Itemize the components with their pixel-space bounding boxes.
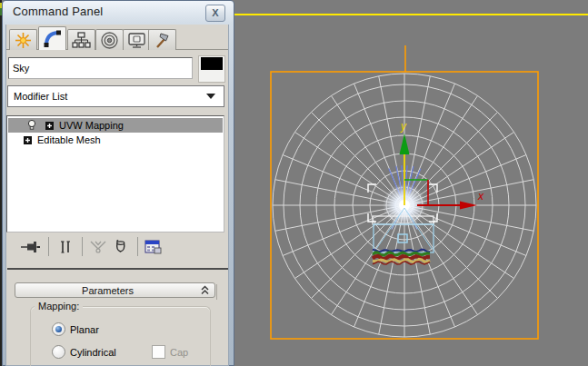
screen-edge-artifact bbox=[0, 8, 2, 15]
parameters-rollout-header[interactable]: Parameters bbox=[15, 282, 215, 298]
y-axis-label: y bbox=[400, 120, 407, 133]
tab-modify[interactable] bbox=[38, 26, 66, 50]
radio-cylindrical[interactable] bbox=[52, 345, 65, 359]
close-button[interactable]: X bbox=[205, 5, 225, 22]
rollout-title: Parameters bbox=[15, 285, 200, 296]
make-unique-button[interactable] bbox=[88, 238, 108, 256]
modifier-list-label: Modifier List bbox=[8, 91, 206, 102]
toolbar-separator bbox=[48, 237, 49, 256]
tab-utilities[interactable] bbox=[148, 29, 176, 50]
mapping-group-label: Mapping: bbox=[35, 301, 83, 312]
viewport-canvas: yx bbox=[234, 0, 588, 366]
expand-plus-icon[interactable] bbox=[45, 122, 54, 130]
object-icon-square bbox=[398, 234, 407, 242]
rollout-shadow bbox=[216, 284, 217, 300]
object-color-value bbox=[201, 57, 223, 70]
screen-edge-artifact bbox=[0, 0, 2, 366]
tree-icon bbox=[72, 31, 91, 50]
chevron-down-icon bbox=[206, 94, 215, 99]
radio-planar[interactable] bbox=[52, 322, 65, 336]
y-axis-arrow bbox=[400, 134, 410, 154]
x-axis-label: x bbox=[477, 190, 484, 203]
configure-modifier-sets-button[interactable] bbox=[144, 238, 163, 256]
stack-item-uvw-mapping[interactable]: UVW Mapping bbox=[8, 118, 223, 133]
chevrons-up-icon bbox=[200, 285, 210, 295]
panel-divider bbox=[7, 268, 228, 270]
toolbar-separator bbox=[137, 237, 138, 256]
stack-item-label: UVW Mapping bbox=[59, 120, 124, 131]
make-unique-icon bbox=[88, 239, 108, 255]
cap-checkbox[interactable] bbox=[152, 345, 165, 359]
window-title: Command Panel bbox=[13, 5, 103, 18]
radio-selected-dot bbox=[55, 326, 62, 332]
screen: yx Command Panel X bbox=[0, 0, 588, 366]
pin-icon bbox=[20, 239, 42, 255]
bulb-icon[interactable] bbox=[25, 119, 38, 132]
tab-hierarchy[interactable] bbox=[67, 29, 95, 50]
remove-modifier-button[interactable] bbox=[112, 238, 130, 256]
tab-display[interactable] bbox=[123, 29, 151, 50]
show-end-result-button[interactable] bbox=[56, 238, 75, 256]
radio-cylindrical-label: Cylindrical bbox=[70, 347, 116, 358]
monitor-icon bbox=[127, 31, 146, 50]
object-color-swatch[interactable] bbox=[198, 55, 225, 83]
show-end-result-icon bbox=[56, 239, 75, 255]
concentric-circles-icon bbox=[100, 31, 119, 50]
modifier-stack-list: UVW Mapping Editable Mesh bbox=[6, 115, 224, 232]
stack-item-label: Editable Mesh bbox=[37, 134, 101, 145]
tab-create[interactable] bbox=[9, 29, 37, 50]
cap-checkbox-label: Cap bbox=[170, 347, 188, 358]
stack-item-editable-mesh[interactable]: Editable Mesh bbox=[8, 133, 223, 147]
hammer-icon bbox=[153, 31, 172, 50]
terrain-bands bbox=[373, 250, 430, 265]
pin-stack-button[interactable] bbox=[20, 238, 42, 256]
trash-icon bbox=[112, 239, 130, 255]
configure-sets-icon bbox=[144, 239, 163, 255]
active-viewport-border bbox=[234, 14, 588, 15]
tab-motion[interactable] bbox=[95, 29, 124, 50]
object-name-input[interactable] bbox=[8, 57, 193, 79]
viewport[interactable]: yx bbox=[234, 0, 588, 366]
starburst-icon bbox=[14, 31, 33, 50]
expand-plus-icon[interactable] bbox=[24, 136, 32, 144]
modifier-list-dropdown[interactable]: Modifier List bbox=[7, 85, 224, 107]
arc-icon bbox=[43, 29, 62, 48]
toolbar-separator bbox=[82, 237, 83, 256]
radio-planar-label: Planar bbox=[70, 324, 99, 335]
